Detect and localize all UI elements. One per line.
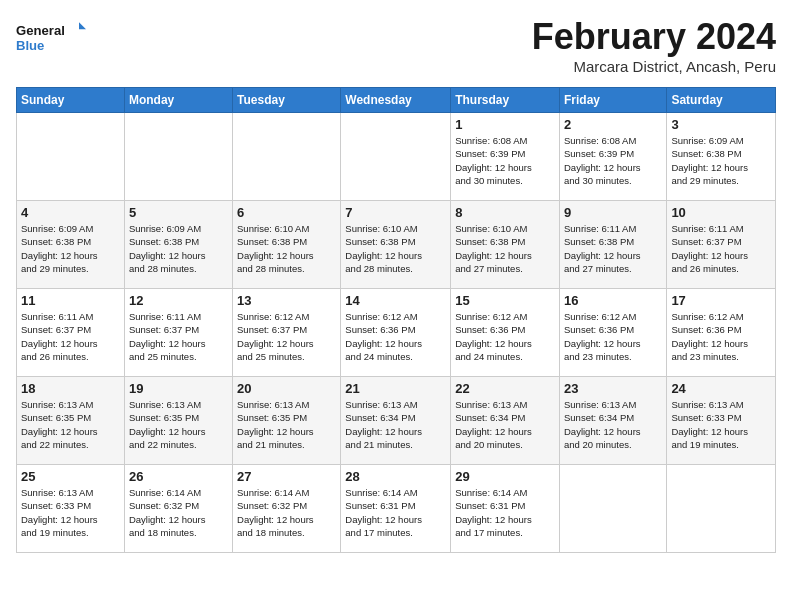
day-info: Sunrise: 6:10 AM Sunset: 6:38 PM Dayligh… [345, 222, 446, 275]
day-number: 17 [671, 293, 771, 308]
day-number: 13 [237, 293, 336, 308]
day-number: 1 [455, 117, 555, 132]
day-info: Sunrise: 6:13 AM Sunset: 6:35 PM Dayligh… [129, 398, 228, 451]
calendar-cell: 29Sunrise: 6:14 AM Sunset: 6:31 PM Dayli… [451, 465, 560, 553]
calendar-cell: 4Sunrise: 6:09 AM Sunset: 6:38 PM Daylig… [17, 201, 125, 289]
weekday-header-row: SundayMondayTuesdayWednesdayThursdayFrid… [17, 88, 776, 113]
day-info: Sunrise: 6:09 AM Sunset: 6:38 PM Dayligh… [129, 222, 228, 275]
calendar-cell: 2Sunrise: 6:08 AM Sunset: 6:39 PM Daylig… [559, 113, 666, 201]
day-number: 21 [345, 381, 446, 396]
day-info: Sunrise: 6:12 AM Sunset: 6:37 PM Dayligh… [237, 310, 336, 363]
logo: General Blue [16, 16, 86, 60]
calendar-cell: 3Sunrise: 6:09 AM Sunset: 6:38 PM Daylig… [667, 113, 776, 201]
day-info: Sunrise: 6:12 AM Sunset: 6:36 PM Dayligh… [671, 310, 771, 363]
day-number: 11 [21, 293, 120, 308]
day-number: 20 [237, 381, 336, 396]
day-number: 5 [129, 205, 228, 220]
page-header: General Blue February 2024 Marcara Distr… [16, 16, 776, 75]
title-block: February 2024 Marcara District, Ancash, … [532, 16, 776, 75]
day-number: 27 [237, 469, 336, 484]
day-info: Sunrise: 6:14 AM Sunset: 6:31 PM Dayligh… [345, 486, 446, 539]
day-number: 25 [21, 469, 120, 484]
day-info: Sunrise: 6:13 AM Sunset: 6:35 PM Dayligh… [21, 398, 120, 451]
weekday-header-saturday: Saturday [667, 88, 776, 113]
day-number: 4 [21, 205, 120, 220]
calendar-subtitle: Marcara District, Ancash, Peru [532, 58, 776, 75]
day-info: Sunrise: 6:11 AM Sunset: 6:37 PM Dayligh… [129, 310, 228, 363]
day-number: 29 [455, 469, 555, 484]
day-number: 16 [564, 293, 662, 308]
day-number: 8 [455, 205, 555, 220]
day-number: 12 [129, 293, 228, 308]
calendar-cell: 9Sunrise: 6:11 AM Sunset: 6:38 PM Daylig… [559, 201, 666, 289]
calendar-cell: 14Sunrise: 6:12 AM Sunset: 6:36 PM Dayli… [341, 289, 451, 377]
calendar-cell [124, 113, 232, 201]
day-info: Sunrise: 6:13 AM Sunset: 6:34 PM Dayligh… [455, 398, 555, 451]
day-info: Sunrise: 6:13 AM Sunset: 6:34 PM Dayligh… [345, 398, 446, 451]
day-number: 23 [564, 381, 662, 396]
calendar-cell: 1Sunrise: 6:08 AM Sunset: 6:39 PM Daylig… [451, 113, 560, 201]
svg-text:General: General [16, 23, 65, 38]
day-number: 15 [455, 293, 555, 308]
svg-text:Blue: Blue [16, 38, 44, 53]
weekday-header-tuesday: Tuesday [233, 88, 341, 113]
calendar-table: SundayMondayTuesdayWednesdayThursdayFrid… [16, 87, 776, 553]
day-info: Sunrise: 6:10 AM Sunset: 6:38 PM Dayligh… [455, 222, 555, 275]
day-info: Sunrise: 6:14 AM Sunset: 6:32 PM Dayligh… [237, 486, 336, 539]
weekday-header-wednesday: Wednesday [341, 88, 451, 113]
calendar-cell: 10Sunrise: 6:11 AM Sunset: 6:37 PM Dayli… [667, 201, 776, 289]
week-row-1: 1Sunrise: 6:08 AM Sunset: 6:39 PM Daylig… [17, 113, 776, 201]
calendar-cell: 6Sunrise: 6:10 AM Sunset: 6:38 PM Daylig… [233, 201, 341, 289]
calendar-cell: 21Sunrise: 6:13 AM Sunset: 6:34 PM Dayli… [341, 377, 451, 465]
weekday-header-monday: Monday [124, 88, 232, 113]
day-info: Sunrise: 6:11 AM Sunset: 6:37 PM Dayligh… [671, 222, 771, 275]
day-number: 26 [129, 469, 228, 484]
day-number: 19 [129, 381, 228, 396]
calendar-cell [341, 113, 451, 201]
calendar-cell: 19Sunrise: 6:13 AM Sunset: 6:35 PM Dayli… [124, 377, 232, 465]
calendar-cell: 17Sunrise: 6:12 AM Sunset: 6:36 PM Dayli… [667, 289, 776, 377]
day-info: Sunrise: 6:13 AM Sunset: 6:35 PM Dayligh… [237, 398, 336, 451]
calendar-cell: 25Sunrise: 6:13 AM Sunset: 6:33 PM Dayli… [17, 465, 125, 553]
day-number: 18 [21, 381, 120, 396]
calendar-cell [667, 465, 776, 553]
day-info: Sunrise: 6:12 AM Sunset: 6:36 PM Dayligh… [345, 310, 446, 363]
day-info: Sunrise: 6:13 AM Sunset: 6:33 PM Dayligh… [21, 486, 120, 539]
day-info: Sunrise: 6:14 AM Sunset: 6:32 PM Dayligh… [129, 486, 228, 539]
week-row-5: 25Sunrise: 6:13 AM Sunset: 6:33 PM Dayli… [17, 465, 776, 553]
day-info: Sunrise: 6:12 AM Sunset: 6:36 PM Dayligh… [564, 310, 662, 363]
calendar-cell: 12Sunrise: 6:11 AM Sunset: 6:37 PM Dayli… [124, 289, 232, 377]
calendar-cell: 23Sunrise: 6:13 AM Sunset: 6:34 PM Dayli… [559, 377, 666, 465]
weekday-header-sunday: Sunday [17, 88, 125, 113]
calendar-cell [233, 113, 341, 201]
calendar-cell: 7Sunrise: 6:10 AM Sunset: 6:38 PM Daylig… [341, 201, 451, 289]
weekday-header-thursday: Thursday [451, 88, 560, 113]
week-row-2: 4Sunrise: 6:09 AM Sunset: 6:38 PM Daylig… [17, 201, 776, 289]
calendar-cell: 18Sunrise: 6:13 AM Sunset: 6:35 PM Dayli… [17, 377, 125, 465]
day-number: 2 [564, 117, 662, 132]
day-info: Sunrise: 6:14 AM Sunset: 6:31 PM Dayligh… [455, 486, 555, 539]
day-number: 3 [671, 117, 771, 132]
day-number: 9 [564, 205, 662, 220]
calendar-cell [559, 465, 666, 553]
day-info: Sunrise: 6:12 AM Sunset: 6:36 PM Dayligh… [455, 310, 555, 363]
day-info: Sunrise: 6:13 AM Sunset: 6:34 PM Dayligh… [564, 398, 662, 451]
svg-marker-2 [79, 22, 86, 29]
day-info: Sunrise: 6:10 AM Sunset: 6:38 PM Dayligh… [237, 222, 336, 275]
calendar-cell: 11Sunrise: 6:11 AM Sunset: 6:37 PM Dayli… [17, 289, 125, 377]
day-info: Sunrise: 6:08 AM Sunset: 6:39 PM Dayligh… [455, 134, 555, 187]
day-info: Sunrise: 6:09 AM Sunset: 6:38 PM Dayligh… [21, 222, 120, 275]
calendar-cell: 26Sunrise: 6:14 AM Sunset: 6:32 PM Dayli… [124, 465, 232, 553]
day-number: 14 [345, 293, 446, 308]
calendar-cell: 22Sunrise: 6:13 AM Sunset: 6:34 PM Dayli… [451, 377, 560, 465]
calendar-cell: 24Sunrise: 6:13 AM Sunset: 6:33 PM Dayli… [667, 377, 776, 465]
week-row-4: 18Sunrise: 6:13 AM Sunset: 6:35 PM Dayli… [17, 377, 776, 465]
calendar-cell: 8Sunrise: 6:10 AM Sunset: 6:38 PM Daylig… [451, 201, 560, 289]
week-row-3: 11Sunrise: 6:11 AM Sunset: 6:37 PM Dayli… [17, 289, 776, 377]
day-info: Sunrise: 6:08 AM Sunset: 6:39 PM Dayligh… [564, 134, 662, 187]
logo-svg: General Blue [16, 16, 86, 60]
day-number: 6 [237, 205, 336, 220]
day-number: 22 [455, 381, 555, 396]
weekday-header-friday: Friday [559, 88, 666, 113]
day-number: 28 [345, 469, 446, 484]
